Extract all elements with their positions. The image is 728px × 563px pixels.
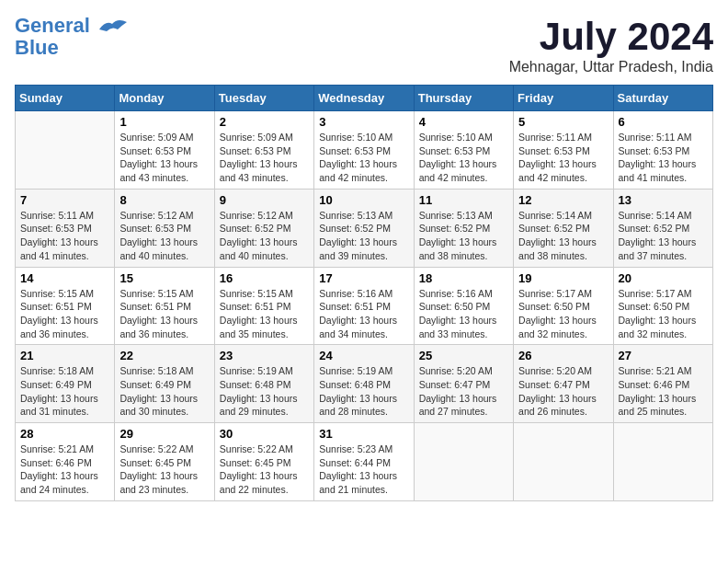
day-info: Sunrise: 5:19 AM Sunset: 6:48 PM Dayligh… xyxy=(319,364,408,419)
calendar-week-1: 1Sunrise: 5:09 AM Sunset: 6:53 PM Daylig… xyxy=(16,111,713,190)
calendar-cell: 30Sunrise: 5:22 AM Sunset: 6:45 PM Dayli… xyxy=(214,423,313,501)
day-info: Sunrise: 5:19 AM Sunset: 6:48 PM Dayligh… xyxy=(220,364,309,419)
day-number: 7 xyxy=(20,193,109,207)
day-number: 17 xyxy=(319,271,408,285)
day-info: Sunrise: 5:20 AM Sunset: 6:47 PM Dayligh… xyxy=(518,364,608,419)
day-number: 27 xyxy=(619,349,708,362)
day-number: 10 xyxy=(319,193,408,207)
calendar-cell: 17Sunrise: 5:16 AM Sunset: 6:51 PM Dayli… xyxy=(314,267,414,345)
calendar-cell: 13Sunrise: 5:14 AM Sunset: 6:52 PM Dayli… xyxy=(613,189,712,267)
calendar-week-5: 28Sunrise: 5:21 AM Sunset: 6:46 PM Dayli… xyxy=(16,423,713,501)
day-number: 25 xyxy=(419,349,508,362)
day-number: 22 xyxy=(119,349,209,362)
column-header-monday: Monday xyxy=(115,86,214,111)
day-info: Sunrise: 5:20 AM Sunset: 6:47 PM Dayligh… xyxy=(419,364,508,419)
column-header-saturday: Saturday xyxy=(613,86,712,111)
header: General Blue July 2024 Mehnagar, Uttar P… xyxy=(15,15,713,75)
day-info: Sunrise: 5:09 AM Sunset: 6:53 PM Dayligh… xyxy=(220,131,309,185)
calendar-cell: 25Sunrise: 5:20 AM Sunset: 6:47 PM Dayli… xyxy=(414,345,513,423)
calendar-cell: 8Sunrise: 5:12 AM Sunset: 6:53 PM Daylig… xyxy=(115,189,214,267)
month-year: July 2024 xyxy=(509,15,713,59)
logo-bird-icon xyxy=(92,13,129,45)
day-info: Sunrise: 5:14 AM Sunset: 6:52 PM Dayligh… xyxy=(619,209,708,263)
calendar-cell xyxy=(16,111,115,190)
day-info: Sunrise: 5:22 AM Sunset: 6:45 PM Dayligh… xyxy=(220,442,309,497)
column-header-wednesday: Wednesday xyxy=(314,86,414,111)
day-number: 20 xyxy=(619,271,708,285)
day-info: Sunrise: 5:17 AM Sunset: 6:50 PM Dayligh… xyxy=(619,287,708,341)
calendar-cell: 1Sunrise: 5:09 AM Sunset: 6:53 PM Daylig… xyxy=(115,111,214,190)
day-number: 16 xyxy=(220,271,309,285)
calendar-cell: 7Sunrise: 5:11 AM Sunset: 6:53 PM Daylig… xyxy=(16,189,115,267)
calendar-cell: 22Sunrise: 5:18 AM Sunset: 6:49 PM Dayli… xyxy=(115,345,214,423)
calendar-cell: 26Sunrise: 5:20 AM Sunset: 6:47 PM Dayli… xyxy=(514,345,613,423)
day-info: Sunrise: 5:18 AM Sunset: 6:49 PM Dayligh… xyxy=(20,364,109,419)
day-info: Sunrise: 5:10 AM Sunset: 6:53 PM Dayligh… xyxy=(419,131,508,185)
calendar-cell: 16Sunrise: 5:15 AM Sunset: 6:51 PM Dayli… xyxy=(214,267,313,345)
calendar-cell: 19Sunrise: 5:17 AM Sunset: 6:50 PM Dayli… xyxy=(514,267,613,345)
day-info: Sunrise: 5:15 AM Sunset: 6:51 PM Dayligh… xyxy=(119,287,209,341)
day-number: 19 xyxy=(518,271,608,285)
day-number: 11 xyxy=(419,193,508,207)
day-info: Sunrise: 5:11 AM Sunset: 6:53 PM Dayligh… xyxy=(619,131,708,185)
day-number: 31 xyxy=(319,427,408,441)
day-info: Sunrise: 5:22 AM Sunset: 6:45 PM Dayligh… xyxy=(119,442,209,497)
day-number: 13 xyxy=(619,193,708,207)
day-info: Sunrise: 5:14 AM Sunset: 6:52 PM Dayligh… xyxy=(518,209,608,263)
day-info: Sunrise: 5:12 AM Sunset: 6:52 PM Dayligh… xyxy=(220,209,309,263)
calendar-cell xyxy=(613,423,712,501)
calendar-cell: 27Sunrise: 5:21 AM Sunset: 6:46 PM Dayli… xyxy=(613,345,712,423)
logo: General Blue xyxy=(15,15,129,59)
calendar-cell: 31Sunrise: 5:23 AM Sunset: 6:44 PM Dayli… xyxy=(314,423,414,501)
day-number: 5 xyxy=(518,115,608,129)
calendar-week-2: 7Sunrise: 5:11 AM Sunset: 6:53 PM Daylig… xyxy=(16,189,713,267)
day-number: 24 xyxy=(319,349,408,362)
day-number: 26 xyxy=(518,349,608,362)
column-header-friday: Friday xyxy=(514,86,613,111)
day-number: 23 xyxy=(220,349,309,362)
day-info: Sunrise: 5:12 AM Sunset: 6:53 PM Dayligh… xyxy=(119,209,209,263)
calendar-cell: 2Sunrise: 5:09 AM Sunset: 6:53 PM Daylig… xyxy=(214,111,313,190)
day-info: Sunrise: 5:17 AM Sunset: 6:50 PM Dayligh… xyxy=(518,287,608,341)
day-info: Sunrise: 5:11 AM Sunset: 6:53 PM Dayligh… xyxy=(518,131,608,185)
day-info: Sunrise: 5:21 AM Sunset: 6:46 PM Dayligh… xyxy=(619,364,708,419)
calendar-cell: 9Sunrise: 5:12 AM Sunset: 6:52 PM Daylig… xyxy=(214,189,313,267)
calendar-cell: 18Sunrise: 5:16 AM Sunset: 6:50 PM Dayli… xyxy=(414,267,513,345)
day-number: 30 xyxy=(220,427,309,441)
day-number: 9 xyxy=(220,193,309,207)
calendar-week-3: 14Sunrise: 5:15 AM Sunset: 6:51 PM Dayli… xyxy=(16,267,713,345)
calendar-cell: 12Sunrise: 5:14 AM Sunset: 6:52 PM Dayli… xyxy=(514,189,613,267)
day-number: 12 xyxy=(518,193,608,207)
day-info: Sunrise: 5:10 AM Sunset: 6:53 PM Dayligh… xyxy=(319,131,408,185)
day-info: Sunrise: 5:15 AM Sunset: 6:51 PM Dayligh… xyxy=(220,287,309,341)
calendar-cell: 11Sunrise: 5:13 AM Sunset: 6:52 PM Dayli… xyxy=(414,189,513,267)
column-header-thursday: Thursday xyxy=(414,86,513,111)
day-number: 18 xyxy=(419,271,508,285)
day-number: 4 xyxy=(419,115,508,129)
calendar-cell: 23Sunrise: 5:19 AM Sunset: 6:48 PM Dayli… xyxy=(214,345,313,423)
calendar-cell: 5Sunrise: 5:11 AM Sunset: 6:53 PM Daylig… xyxy=(514,111,613,190)
day-number: 8 xyxy=(119,193,209,207)
day-number: 29 xyxy=(119,427,209,441)
day-info: Sunrise: 5:16 AM Sunset: 6:51 PM Dayligh… xyxy=(319,287,408,341)
calendar-cell: 10Sunrise: 5:13 AM Sunset: 6:52 PM Dayli… xyxy=(314,189,414,267)
day-number: 6 xyxy=(619,115,708,129)
calendar-table: SundayMondayTuesdayWednesdayThursdayFrid… xyxy=(15,85,713,501)
logo-line2: Blue xyxy=(15,36,59,59)
day-info: Sunrise: 5:23 AM Sunset: 6:44 PM Dayligh… xyxy=(319,442,408,497)
day-number: 2 xyxy=(220,115,309,129)
day-info: Sunrise: 5:15 AM Sunset: 6:51 PM Dayligh… xyxy=(20,287,109,341)
day-info: Sunrise: 5:09 AM Sunset: 6:53 PM Dayligh… xyxy=(119,131,209,185)
day-number: 3 xyxy=(319,115,408,129)
calendar-cell: 28Sunrise: 5:21 AM Sunset: 6:46 PM Dayli… xyxy=(16,423,115,501)
calendar-cell: 21Sunrise: 5:18 AM Sunset: 6:49 PM Dayli… xyxy=(16,345,115,423)
day-info: Sunrise: 5:21 AM Sunset: 6:46 PM Dayligh… xyxy=(20,442,109,497)
logo-text: General Blue xyxy=(15,15,90,59)
day-info: Sunrise: 5:13 AM Sunset: 6:52 PM Dayligh… xyxy=(319,209,408,263)
title-area: July 2024 Mehnagar, Uttar Pradesh, India xyxy=(509,15,713,75)
day-number: 15 xyxy=(119,271,209,285)
day-info: Sunrise: 5:16 AM Sunset: 6:50 PM Dayligh… xyxy=(419,287,508,341)
column-header-tuesday: Tuesday xyxy=(214,86,313,111)
calendar-cell: 3Sunrise: 5:10 AM Sunset: 6:53 PM Daylig… xyxy=(314,111,414,190)
day-number: 1 xyxy=(119,115,209,129)
